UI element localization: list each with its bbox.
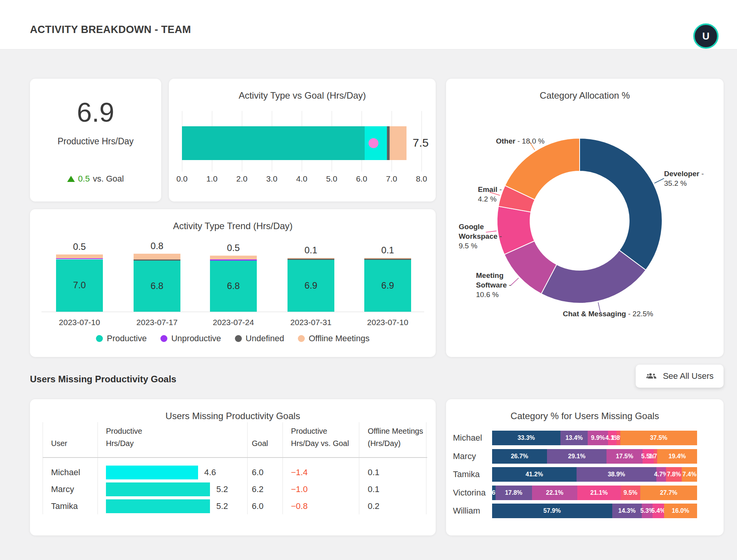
- trend-bar-segment-offline_meetings: [56, 254, 103, 258]
- see-all-users-label: See All Users: [663, 371, 714, 381]
- category-row-name: Marcy: [453, 451, 476, 461]
- trend-productive-label: 6.9: [288, 280, 334, 291]
- user-productive-bar: [106, 466, 198, 479]
- x-tick-label: 5.0: [320, 174, 343, 183]
- category-allocation-card: Category Allocation % Developer - 35.2 %…: [446, 79, 724, 357]
- category-segment-developer: 33.3%: [492, 431, 560, 445]
- users-table-card: Users Missing Productivity Goals UserPro…: [30, 399, 436, 535]
- category-row-name: Victorina: [453, 488, 486, 498]
- category-segment-developer: 1.6%: [492, 486, 496, 500]
- donut-label-name: Other: [496, 137, 516, 145]
- user-vs-goal-value: −1.0: [291, 484, 307, 494]
- user-productive-value: 5.2: [216, 501, 228, 511]
- category-segment-chat_messaging: 38.9%: [577, 467, 656, 482]
- table-column-divider: [247, 422, 248, 514]
- goal-marker-dot: [368, 138, 378, 148]
- category-segment-label: 22.1%: [546, 489, 563, 496]
- category-segment-label: 21.1%: [590, 489, 608, 496]
- category-row-name: Michael: [453, 433, 482, 443]
- trend-offline-label: 0.5: [53, 241, 106, 252]
- category-segment-chat_messaging: 14.3%: [612, 504, 642, 518]
- trend-date-label: 2023-07-10: [349, 318, 426, 327]
- users-group-icon: [646, 371, 658, 382]
- legend-dot-undefined: [235, 335, 242, 342]
- kpi-card: 6.9 Productive Hrs/Day 0.5 vs. Goal: [30, 79, 161, 202]
- category-segment-developer: 57.9%: [492, 504, 612, 518]
- category-segment-developer: 41.2%: [492, 467, 577, 482]
- trend-bar-segment-productive: 6.9: [288, 260, 334, 312]
- donut-label-name: Google Workspace: [459, 223, 497, 240]
- category-segment-email: 1.8%: [616, 431, 620, 445]
- user-avatar[interactable]: U: [693, 23, 719, 49]
- category-segment-label: 26.7%: [511, 453, 528, 460]
- up-triangle-icon: [67, 176, 75, 182]
- x-tick-label: 6.0: [350, 174, 373, 183]
- user-offline-value: 0.1: [368, 467, 380, 477]
- table-column-divider: [426, 422, 426, 514]
- category-segment-label: 7.8%: [667, 471, 681, 478]
- x-axis-line: [41, 312, 424, 312]
- table-user-name: Marcy: [51, 484, 74, 494]
- activity-vs-goal-card: Activity Type vs Goal (Hrs/Day) 0.01.02.…: [169, 79, 436, 202]
- legend-dot-unproductive: [160, 335, 167, 342]
- table-column-divider: [43, 422, 43, 514]
- category-segment-label: 9.9%: [591, 434, 605, 441]
- see-all-users-button[interactable]: See All Users: [636, 365, 724, 388]
- kpi-label: Productive Hrs/Day: [30, 136, 161, 147]
- category-segment-label: 19.4%: [668, 453, 686, 460]
- page-title: ACTIVITY BREAKDOWN - TEAM: [30, 24, 191, 36]
- legend-item-unproductive: Unproductive: [160, 334, 221, 344]
- donut-label-email: Email - 4.2 %: [478, 185, 512, 204]
- x-tick-label: 3.0: [260, 174, 283, 183]
- category-segment-label: 27.7%: [660, 489, 677, 496]
- legend-dot-productive: [96, 335, 103, 342]
- user-goal-value: 6.0: [252, 467, 264, 477]
- category-segment-meeting_software: 17.5%: [606, 449, 643, 464]
- table-column-divider: [359, 422, 359, 514]
- users-section-heading: Users Missing Productivity Goals: [30, 374, 176, 385]
- category-segment-label: 9.5%: [623, 489, 637, 496]
- category-segment-label: 16.0%: [672, 507, 689, 514]
- donut-label-chat-messaging: Chat & Messaging - 22.5%: [550, 309, 666, 319]
- category-segment-label: 13.4%: [565, 434, 583, 441]
- donut-label-other: Other - 18.0 %: [496, 136, 584, 146]
- user-offline-value: 0.2: [368, 501, 380, 511]
- trend-offline-label: 0.1: [284, 245, 338, 256]
- trend-date-label: 2023-07-31: [273, 318, 349, 327]
- category-segment-email: 9.5%: [621, 486, 640, 500]
- trend-productive-label: 6.8: [210, 281, 257, 291]
- table-header-1: User: [51, 439, 67, 448]
- category-row-name: Tamika: [453, 469, 480, 479]
- trend-legend: ProductiveUnproductiveUndefinedOffline M…: [30, 334, 436, 344]
- goal-bar-segment-offline-meetings: [390, 126, 407, 160]
- category-segment-label: 41.2%: [525, 471, 543, 478]
- category-segment-google_workspace: 5.4%: [653, 504, 664, 518]
- table-user-name: Tamika: [51, 501, 78, 511]
- table-user-name: Michael: [51, 467, 80, 477]
- trend-date-label: 2023-07-24: [195, 318, 272, 327]
- dashboard-page: ACTIVITY BREAKDOWN - TEAM U 6.9 Producti…: [0, 0, 737, 560]
- trend-bar-segment-undefined: [364, 259, 411, 260]
- table-header-2: Hrs/Day: [106, 439, 134, 448]
- x-tick-label: 4.0: [290, 174, 313, 183]
- category-segment-label: 33.3%: [517, 434, 535, 441]
- avatar-letter: U: [702, 30, 710, 42]
- donut-label-name: Meeting Software: [476, 271, 507, 289]
- goal-bar-segment-productive: [182, 126, 365, 160]
- trend-bar-segment-productive: 6.8: [210, 261, 257, 312]
- trend-offline-label: 0.5: [207, 243, 260, 253]
- x-tick-label: 0.0: [170, 174, 193, 183]
- user-productive-value: 5.2: [216, 484, 228, 494]
- category-segment-google_workspace: 21.1%: [577, 486, 621, 500]
- category-row-name: William: [453, 506, 480, 516]
- category-segment-label: 38.9%: [608, 471, 625, 478]
- kpi-delta: 0.5 vs. Goal: [30, 174, 161, 184]
- trend-bar-segment-offline_meetings: [134, 254, 180, 260]
- trend-offline-label: 0.8: [130, 241, 184, 251]
- donut-slice-developer: [580, 138, 662, 270]
- category-segment-meeting_software: 4.7%: [656, 467, 666, 482]
- table-header-4: Hrs/Day vs. Goal: [291, 439, 349, 448]
- legend-dot-offline_meetings: [298, 335, 305, 342]
- category-segment-other: 19.4%: [657, 449, 697, 464]
- kpi-value: 6.9: [30, 97, 161, 128]
